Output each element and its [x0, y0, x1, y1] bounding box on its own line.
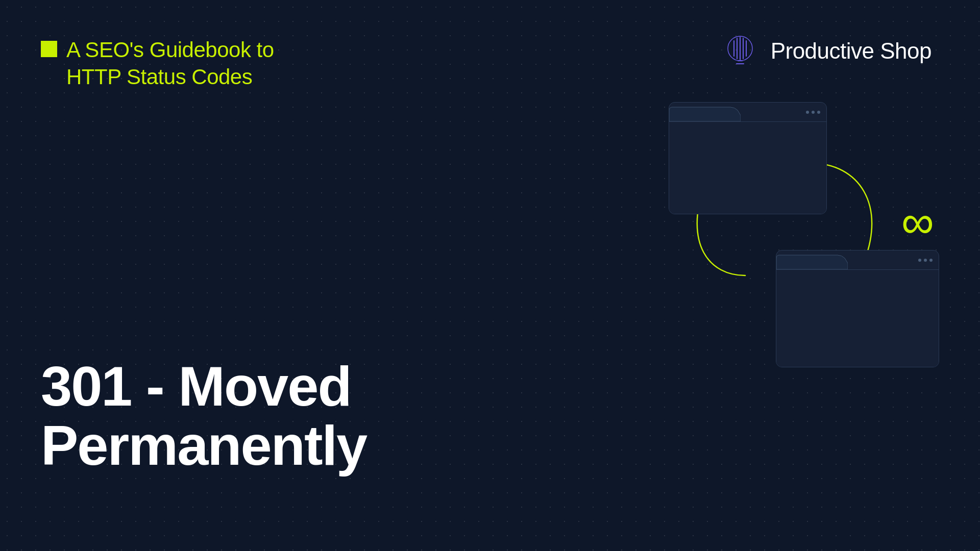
main-title: 301 - Moved Permanently: [41, 357, 366, 474]
productive-shop-icon: [720, 31, 761, 71]
browsers-illustration: ∞: [643, 102, 939, 367]
browser-window-top: [669, 102, 827, 214]
browser-dots-top: [806, 111, 820, 114]
logo-area: Productive Shop: [720, 31, 932, 71]
label-line1: A SEO's Guidebook to: [66, 37, 274, 64]
title-line1: 301 - Moved: [41, 357, 366, 416]
main-content: A SEO's Guidebook to HTTP Status Codes P…: [0, 0, 980, 551]
yellow-accent-square: [41, 41, 57, 57]
logo-text: Productive Shop: [771, 38, 932, 64]
browser-dots-bottom: [918, 259, 933, 262]
label-line2: HTTP Status Codes: [66, 64, 274, 91]
guidebook-label: A SEO's Guidebook to HTTP Status Codes: [41, 37, 274, 90]
infinity-icon: ∞: [901, 199, 934, 245]
browser-bottom-bar: [776, 251, 939, 270]
browser-window-bottom: [776, 250, 939, 367]
browser-top-bar: [669, 103, 826, 122]
guidebook-text: A SEO's Guidebook to HTTP Status Codes: [66, 37, 274, 90]
title-line2: Permanently: [41, 416, 366, 475]
browser-content-bottom: [776, 270, 939, 367]
browser-content-top: [669, 122, 826, 214]
